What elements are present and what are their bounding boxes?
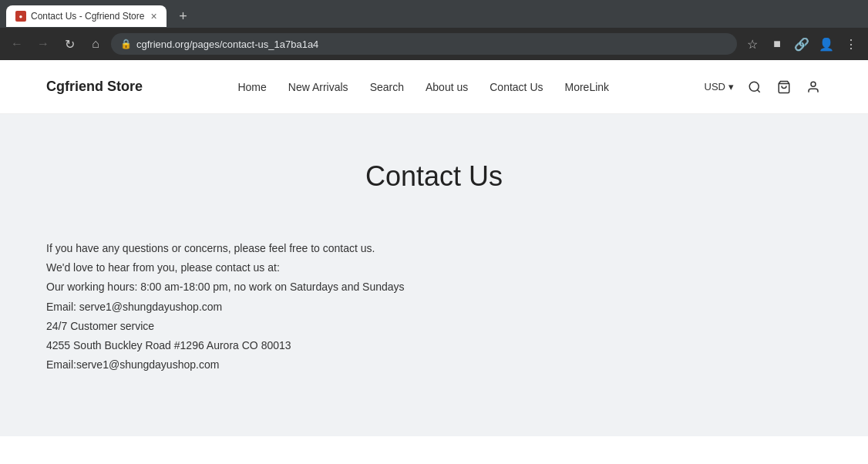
- tab-bar: ● Contact Us - Cgfriend Store × +: [0, 0, 868, 28]
- contact-content: If you have any questions or concerns, p…: [0, 224, 868, 436]
- browser-action-buttons: ☆ ■ 🔗 👤 ⋮: [742, 33, 862, 55]
- currency-selector[interactable]: USD ▾: [705, 81, 734, 92]
- bookmark-button[interactable]: ☆: [742, 33, 763, 55]
- email2-label: Email:: [46, 358, 76, 371]
- new-tab-button[interactable]: +: [173, 5, 194, 27]
- contact-line2: We'd love to hear from you, please conta…: [46, 258, 822, 277]
- nav-more-link[interactable]: MoreLink: [565, 81, 610, 93]
- contact-email2: Email:serve1@shungdayushop.com: [46, 355, 822, 375]
- svg-line-1: [757, 89, 759, 92]
- main-nav: Home New Arrivals Search About us Contac…: [237, 81, 609, 93]
- contact-support: 24/7 Customer service: [46, 317, 822, 336]
- site-header: Cgfriend Store Home New Arrivals Search …: [0, 60, 868, 114]
- header-right: USD ▾: [705, 79, 822, 96]
- email2-value: serve1@shungdayushop.com: [76, 358, 219, 371]
- svg-point-3: [811, 82, 816, 86]
- browser-toolbar: ← → ↻ ⌂ 🔒 cgfriend.org/pages/contact-us_…: [0, 28, 868, 60]
- nav-home[interactable]: Home: [237, 81, 266, 93]
- currency-label: USD: [705, 81, 725, 92]
- contact-address: 4255 South Buckley Road #1296 Aurora CO …: [46, 336, 822, 355]
- account-icon[interactable]: [805, 79, 822, 96]
- cart-icon[interactable]: [775, 79, 792, 96]
- profile-button[interactable]: 👤: [816, 33, 837, 55]
- address-bar[interactable]: 🔒 cgfriend.org/pages/contact-us_1a7ba1a4: [111, 33, 737, 55]
- home-button[interactable]: ⌂: [85, 33, 106, 55]
- contact-title: Contact Us: [15, 160, 853, 193]
- active-tab[interactable]: ● Contact Us - Cgfriend Store ×: [6, 5, 167, 27]
- tab-close-button[interactable]: ×: [150, 10, 156, 22]
- contact-body: If you have any questions or concerns, p…: [46, 239, 822, 375]
- email1-value: serve1@shungdayushop.com: [79, 301, 222, 313]
- url-text: cgfriend.org/pages/contact-us_1a7ba1a4: [136, 39, 318, 50]
- nav-search[interactable]: Search: [370, 81, 404, 93]
- contact-email1: Email: serve1@shungdayushop.com: [46, 298, 822, 317]
- site-footer: Sign up for our newsletter → Info About …: [0, 436, 868, 464]
- contact-hero: Contact Us: [0, 114, 868, 224]
- extensions-button[interactable]: ■: [766, 33, 788, 55]
- forward-button[interactable]: →: [32, 33, 54, 55]
- tab-favicon: ●: [15, 11, 26, 22]
- refresh-button[interactable]: ↻: [59, 33, 80, 55]
- nav-about-us[interactable]: About us: [426, 81, 468, 93]
- sync-button[interactable]: 🔗: [791, 33, 812, 55]
- lock-icon: 🔒: [120, 39, 132, 49]
- back-button[interactable]: ←: [6, 33, 28, 55]
- svg-point-0: [749, 82, 759, 91]
- contact-hours: Our working hours: 8:00 am-18:00 pm, no …: [46, 277, 822, 297]
- tab-title: Contact Us - Cgfriend Store: [31, 11, 144, 22]
- email1-label: Email:: [46, 301, 79, 313]
- site-logo[interactable]: Cgfriend Store: [46, 79, 143, 95]
- contact-intro: If you have any questions or concerns, p…: [46, 239, 822, 258]
- nav-new-arrivals[interactable]: New Arrivals: [288, 81, 348, 93]
- search-icon[interactable]: [746, 79, 763, 96]
- nav-contact-us[interactable]: Contact Us: [490, 81, 543, 93]
- chevron-down-icon: ▾: [728, 81, 734, 92]
- menu-button[interactable]: ⋮: [840, 33, 862, 55]
